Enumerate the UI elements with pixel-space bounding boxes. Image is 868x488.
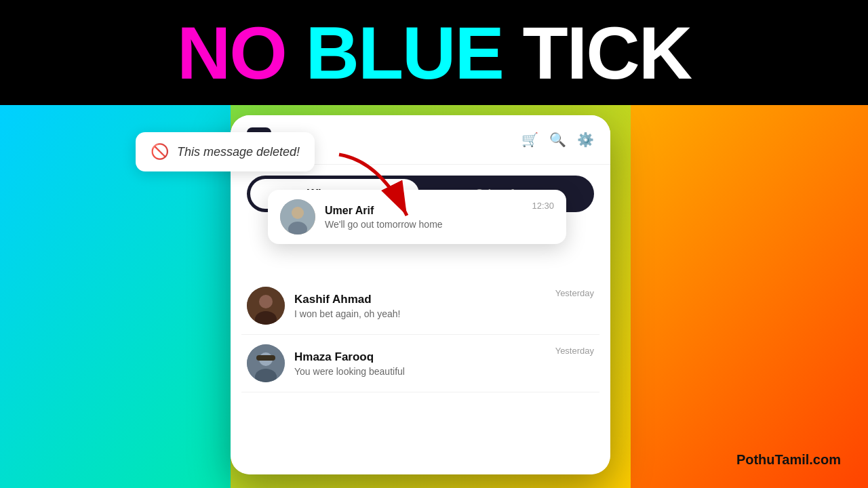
headline-blue: BLUE: [305, 11, 502, 94]
avatar: [247, 287, 285, 325]
chat-preview: I won bet again, oh yeah!: [294, 308, 546, 319]
cart-icon[interactable]: 🛒: [521, 131, 538, 148]
chat-name: Kashif Ahmad: [294, 293, 546, 306]
chat-time: Yesterday: [555, 288, 594, 298]
watermark: PothuTamil.com: [736, 452, 841, 468]
header-icons: 🛒 🔍 ⚙️: [521, 131, 594, 148]
headline: NO BLUE TICK: [177, 16, 691, 90]
headline-no: NO: [177, 11, 286, 94]
search-icon[interactable]: 🔍: [549, 131, 566, 148]
svg-point-9: [292, 207, 304, 219]
chat-info: Hmaza Farooq You were looking beautiful: [294, 350, 546, 377]
headline-tick: TICK: [522, 11, 691, 94]
svg-rect-6: [256, 355, 275, 361]
chat-name: Hmaza Farooq: [294, 350, 546, 364]
chat-info: Kashif Ahmad I won bet again, oh yeah!: [294, 293, 546, 319]
deleted-message-popup: 🚫 This message deleted!: [136, 132, 315, 171]
list-item[interactable]: Kashif Ahmad I won bet again, oh yeah! Y…: [241, 277, 599, 335]
chat-time: 12:30: [532, 201, 554, 211]
settings-icon[interactable]: ⚙️: [577, 131, 594, 148]
svg-point-1: [259, 295, 273, 308]
deleted-text: This message deleted!: [177, 145, 300, 159]
chat-time: Yesterday: [555, 346, 594, 356]
red-arrow: [326, 148, 434, 239]
avatar: [280, 199, 315, 235]
list-item[interactable]: Hmaza Farooq You were looking beautiful …: [241, 335, 599, 392]
chat-list: Kashif Ahmad I won bet again, oh yeah! Y…: [231, 223, 610, 392]
chat-preview: You were looking beautiful: [294, 366, 546, 377]
deleted-icon: 🚫: [151, 143, 169, 161]
top-bar: NO BLUE TICK: [0, 0, 868, 105]
avatar: [247, 344, 285, 382]
bg-right: [631, 105, 868, 488]
